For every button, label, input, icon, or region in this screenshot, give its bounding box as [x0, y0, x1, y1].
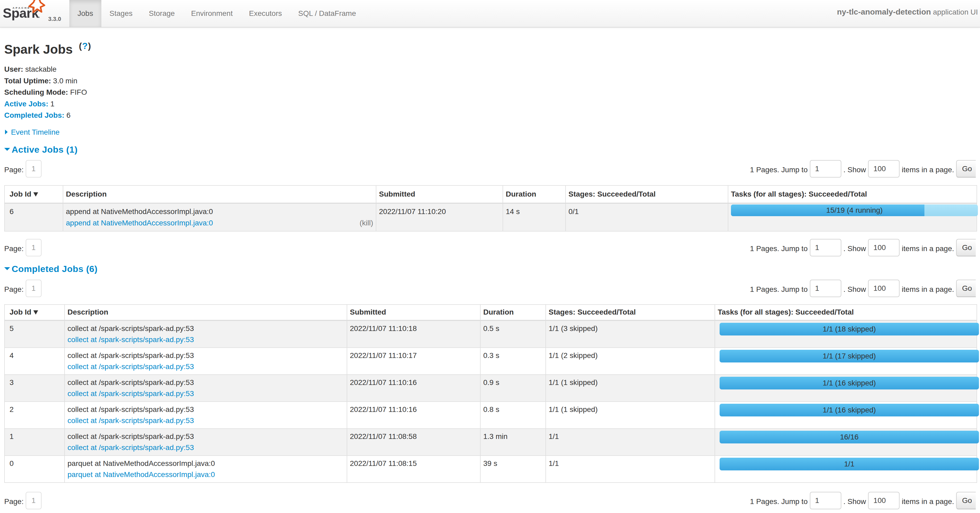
svg-text:TM: TM [37, 16, 40, 19]
